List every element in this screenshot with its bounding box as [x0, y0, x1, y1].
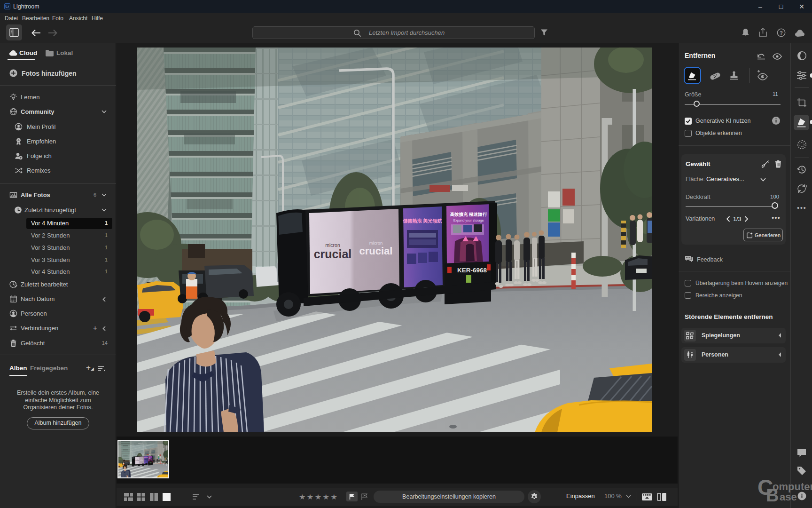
- svg-text:?: ?: [780, 30, 783, 36]
